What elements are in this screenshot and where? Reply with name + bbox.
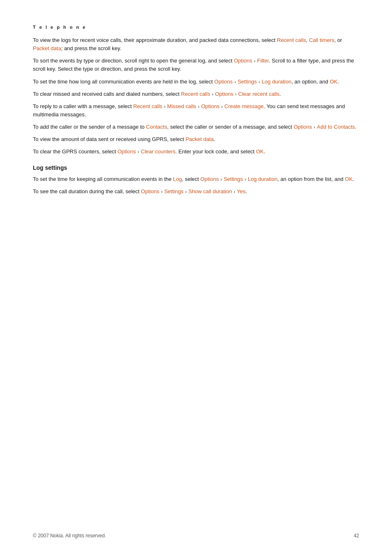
inline-link[interactable]: Log duration <box>262 79 291 85</box>
text-span: To set the time for keeping all communic… <box>33 176 173 182</box>
inline-link[interactable]: Call timers <box>309 37 334 43</box>
text-span: . <box>337 79 339 85</box>
inline-link[interactable]: Options <box>118 148 136 155</box>
text-span: . <box>279 91 281 97</box>
text-span: To clear the GPRS counters, select <box>33 148 118 155</box>
inline-link[interactable]: Options <box>141 188 159 194</box>
chevron-icon: › <box>257 79 261 84</box>
paragraph-p8: To clear the GPRS counters, select Optio… <box>33 148 359 156</box>
inline-link[interactable]: Packet data <box>33 45 61 51</box>
text-span: To view the amount of data sent or recei… <box>33 136 185 142</box>
footer-page-number: 42 <box>354 533 359 539</box>
text-span: , an option from the list, and <box>277 176 345 182</box>
text-span: To view the logs for recent voice calls,… <box>33 37 277 43</box>
paragraph-p1: To view the logs for recent voice calls,… <box>33 36 359 53</box>
inline-link[interactable]: Settings <box>164 188 184 194</box>
subsection-title: Log settings <box>33 164 359 171</box>
chevron-icon: › <box>197 104 201 109</box>
text-span: To add the caller or the sender of a mes… <box>33 124 146 130</box>
chevron-icon: › <box>233 189 237 194</box>
chevron-icon: › <box>312 125 316 130</box>
inline-link[interactable]: Create message <box>224 103 263 109</box>
text-span: , select <box>182 176 201 182</box>
inline-link[interactable]: Options <box>215 91 233 97</box>
paragraph-p5: To reply to a caller with a message, sel… <box>33 102 359 119</box>
chevron-icon: › <box>219 177 223 182</box>
text-span: . <box>264 148 265 155</box>
inline-link[interactable]: Options <box>214 79 233 85</box>
chevron-icon: › <box>160 189 164 194</box>
text-span: . <box>214 136 215 142</box>
inline-link[interactable]: OK <box>330 79 337 85</box>
inline-link[interactable]: Filter <box>257 58 269 64</box>
inline-link[interactable]: Log duration <box>248 176 277 182</box>
chevron-icon: › <box>253 58 257 63</box>
inline-link[interactable]: Settings <box>238 79 257 85</box>
inline-link[interactable]: Options <box>294 124 312 130</box>
inline-link[interactable]: Recent calls <box>181 91 210 97</box>
footer: © 2007 Nokia. All rights reserved. 42 <box>33 533 359 539</box>
text-span: To reply to a caller with a message, sel… <box>33 103 133 109</box>
section-title: T e l e p h o n e <box>33 25 359 30</box>
paragraph-sp1: To set the time for keeping all communic… <box>33 175 359 183</box>
text-span: , an option, and <box>291 79 330 85</box>
chevron-icon: › <box>233 79 237 84</box>
subparagraphs-container: To set the time for keeping all communic… <box>33 175 359 196</box>
inline-link[interactable]: Settings <box>224 176 243 182</box>
paragraph-p7: To view the amount of data sent or recei… <box>33 135 359 143</box>
inline-link[interactable]: Contacts <box>146 124 167 130</box>
inline-link[interactable]: Clear recent calls <box>238 91 279 97</box>
chevron-icon: › <box>243 177 247 182</box>
text-span: To sort the events by type or direction,… <box>33 58 234 64</box>
text-span: . <box>353 176 354 182</box>
text-span: ; and press the scroll key. <box>61 45 121 51</box>
text-span: To see the call duration during the call… <box>33 188 141 194</box>
inline-link[interactable]: OK <box>345 176 353 182</box>
chevron-icon: › <box>234 92 238 97</box>
inline-link[interactable]: Add to Contacts <box>317 124 355 130</box>
text-span: To clear missed and received calls and d… <box>33 91 181 97</box>
chevron-icon: › <box>163 104 167 109</box>
text-span: , select the caller or sender of a messa… <box>167 124 294 130</box>
paragraphs-container: To view the logs for recent voice calls,… <box>33 36 359 156</box>
text-span: , or <box>334 37 342 43</box>
inline-link[interactable]: Options <box>201 176 219 182</box>
inline-link[interactable]: Recent calls <box>277 37 306 43</box>
inline-link[interactable]: Clear counters <box>141 148 176 155</box>
chevron-icon: › <box>136 149 141 154</box>
paragraph-p3: To set the time how long all communicati… <box>33 78 359 86</box>
page-container: T e l e p h o n e To view the logs for r… <box>0 0 392 555</box>
footer-copyright: © 2007 Nokia. All rights reserved. <box>33 533 106 539</box>
paragraph-p6: To add the caller or the sender of a mes… <box>33 123 359 131</box>
text-span: . <box>355 124 357 130</box>
text-span: . Enter your lock code, and select <box>175 148 256 155</box>
inline-link[interactable]: Yes <box>237 188 245 194</box>
inline-link[interactable]: Options <box>234 58 252 64</box>
text-span: . <box>246 188 247 194</box>
paragraph-p4: To clear missed and received calls and d… <box>33 90 359 98</box>
paragraph-p2: To sort the events by type or direction,… <box>33 57 359 73</box>
inline-link[interactable]: Recent calls <box>133 103 162 109</box>
text-span: , <box>306 37 309 43</box>
chevron-icon: › <box>220 104 224 109</box>
inline-link[interactable]: Log <box>173 176 182 182</box>
inline-link[interactable]: Missed calls <box>167 103 196 109</box>
inline-link[interactable]: Packet data <box>185 136 214 142</box>
chevron-icon: › <box>210 92 214 97</box>
paragraph-sp2: To see the call duration during the call… <box>33 187 359 196</box>
inline-link[interactable]: Show call duration <box>188 188 232 194</box>
text-span: To set the time how long all communicati… <box>33 79 214 85</box>
chevron-icon: › <box>184 189 188 194</box>
inline-link[interactable]: OK <box>256 148 264 155</box>
inline-link[interactable]: Options <box>201 103 219 109</box>
